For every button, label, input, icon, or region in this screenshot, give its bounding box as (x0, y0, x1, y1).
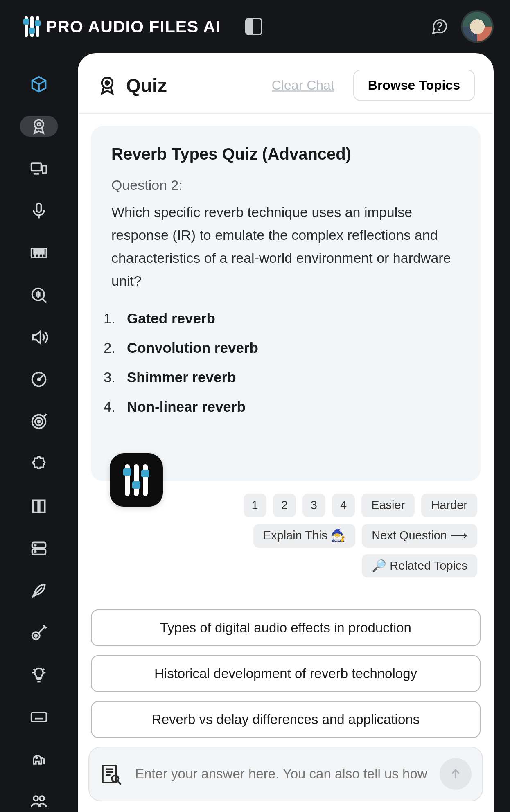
svg-point-30 (34, 544, 36, 546)
question-text: Which specific reverb technique uses an … (111, 201, 460, 292)
answer-input-bar (88, 747, 483, 801)
panel-toggle-icon[interactable] (245, 18, 262, 35)
svg-point-0 (439, 29, 440, 30)
easier-button[interactable]: Easier (361, 494, 415, 517)
puzzle-icon[interactable] (20, 453, 58, 474)
topic-item[interactable]: Reverb vs delay differences and applicat… (91, 701, 481, 738)
answer-4-button[interactable]: 4 (332, 494, 355, 517)
svg-line-55 (118, 782, 121, 785)
explain-button[interactable]: Explain This 🧙‍♂️ (253, 524, 356, 548)
waveform-search-icon[interactable] (20, 285, 58, 306)
svg-line-38 (43, 669, 44, 670)
guitar-icon[interactable] (20, 622, 58, 643)
main-panel: Quiz Clear Chat Browse Topics Reverb Typ… (78, 53, 494, 812)
svg-point-49 (106, 81, 109, 85)
quiz-option[interactable]: Non-linear reverb (120, 399, 460, 415)
mic-icon[interactable] (20, 200, 58, 221)
svg-point-34 (35, 635, 37, 637)
document-search-icon[interactable] (100, 762, 123, 785)
feather-icon[interactable] (20, 580, 58, 601)
quiz-option[interactable]: Gated reverb (120, 310, 460, 327)
devices-icon[interactable] (20, 158, 58, 179)
piano-icon[interactable] (20, 242, 58, 263)
help-icon[interactable] (431, 18, 449, 36)
page-title: Quiz (126, 74, 167, 97)
svg-point-2 (37, 122, 40, 125)
svg-point-47 (40, 796, 44, 801)
lightbulb-icon[interactable] (20, 665, 58, 686)
answer-input[interactable] (134, 766, 428, 782)
svg-line-16 (43, 299, 46, 302)
svg-point-23 (38, 379, 40, 381)
gauge-icon[interactable] (20, 369, 58, 390)
harder-button[interactable]: Harder (421, 494, 477, 517)
logo-mark-icon (25, 16, 39, 37)
drive-icon[interactable] (20, 538, 58, 559)
elephant-icon[interactable] (20, 749, 58, 770)
arrow-up-icon (449, 767, 463, 781)
svg-point-31 (34, 551, 36, 553)
svg-rect-39 (32, 713, 47, 722)
svg-rect-14 (41, 248, 44, 254)
svg-rect-3 (32, 163, 41, 171)
topic-item[interactable]: Historical development of reverb technol… (91, 655, 481, 692)
ribbon-icon[interactable] (20, 116, 58, 137)
quiz-ribbon-icon (97, 75, 118, 96)
speaker-icon[interactable] (20, 327, 58, 348)
svg-rect-4 (43, 165, 46, 173)
svg-rect-6 (37, 203, 41, 212)
svg-point-1 (34, 120, 43, 129)
answer-1-button[interactable]: 1 (244, 494, 266, 517)
target-icon[interactable] (20, 411, 58, 432)
answer-2-button[interactable]: 2 (273, 494, 296, 517)
svg-point-46 (34, 796, 38, 801)
clear-chat-button[interactable]: Clear Chat (269, 77, 337, 93)
book-icon[interactable] (20, 496, 58, 517)
svg-line-37 (34, 669, 35, 670)
keyboard-icon[interactable] (20, 707, 58, 728)
quiz-option[interactable]: Shimmer reverb (120, 369, 460, 386)
svg-rect-13 (38, 248, 40, 254)
quiz-option[interactable]: Convolution reverb (120, 340, 460, 356)
svg-point-54 (112, 776, 118, 782)
sidebar (0, 53, 78, 812)
question-label: Question 2: (111, 177, 460, 193)
people-icon[interactable] (20, 791, 58, 812)
topic-item[interactable]: Types of digital audio effects in produc… (91, 609, 481, 646)
action-pills: 1 2 3 4 Easier Harder Explain This 🧙‍♂️ … (160, 494, 477, 577)
answer-3-button[interactable]: 3 (302, 494, 325, 517)
svg-point-33 (32, 632, 40, 639)
svg-rect-50 (103, 765, 116, 783)
brand-text: PRO AUDIO FILES AI (46, 17, 221, 36)
svg-point-45 (36, 757, 37, 758)
next-question-button[interactable]: Next Question ⟶ (362, 524, 477, 548)
svg-point-26 (38, 421, 40, 423)
cube-icon[interactable] (20, 74, 58, 95)
quiz-title: Reverb Types Quiz (Advanced) (111, 145, 460, 163)
user-avatar[interactable] (461, 10, 494, 43)
brand-logo[interactable]: PRO AUDIO FILES AI (25, 16, 221, 37)
browse-topics-button[interactable]: Browse Topics (353, 70, 475, 101)
related-topics-button[interactable]: 🔎 Related Topics (362, 554, 477, 578)
quiz-card: Reverb Types Quiz (Advanced) Question 2:… (91, 126, 481, 481)
bot-avatar-icon (110, 453, 163, 507)
related-topic-list: Types of digital audio effects in produc… (91, 609, 481, 740)
send-button[interactable] (440, 758, 472, 790)
svg-rect-12 (34, 248, 36, 254)
